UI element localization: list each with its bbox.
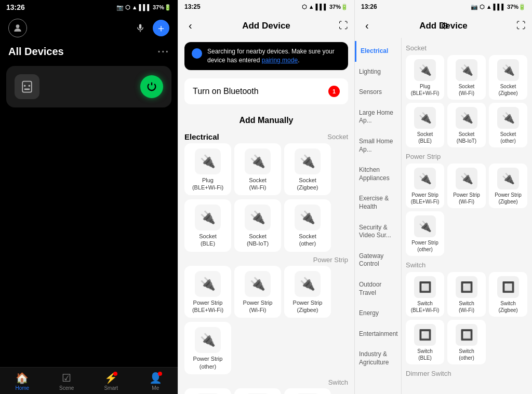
avatar[interactable]	[8, 19, 27, 37]
device-socket-ble[interactable]: 🔌 Socket(BLE)	[184, 199, 231, 252]
pairing-mode-link[interactable]: pairing mode	[262, 57, 298, 64]
mc-socket-wifi[interactable]: 🔌 Socket(Wi-Fi)	[447, 55, 486, 100]
scene-icon: ☑	[62, 372, 71, 384]
sidebar-item-large-home[interactable]: Large Home Ap...	[355, 103, 401, 131]
mc-socket-nbiot[interactable]: 🔌 Socket(NB-IoT)	[447, 103, 486, 147]
page-title-3: Add Device	[419, 21, 468, 31]
mc-socket-other-icon: 🔌	[497, 107, 519, 129]
mc-sw-other-icon: 🔲	[456, 324, 477, 346]
mc-sw-zigbee[interactable]: 🔲 Switch(Zigbee)	[489, 272, 527, 317]
mc-sw-ble-icon: 🔲	[414, 324, 436, 346]
nav-home[interactable]: 🏠 Home	[0, 368, 45, 394]
wifi-icon-3: ▲	[486, 4, 492, 10]
expand-button-3[interactable]: ⛶	[516, 20, 526, 31]
device-socket-wifi[interactable]: 🔌 Socket(Wi-Fi)	[234, 143, 281, 196]
bluetooth-icon: ⬡	[125, 4, 130, 11]
signal-icon-3: ▌▌▌	[494, 4, 506, 10]
sidebar-item-gateway[interactable]: Gateway Control	[355, 246, 401, 275]
header-actions: ＋	[132, 20, 169, 36]
device-switch-1[interactable]: 🔲 Switch	[184, 388, 231, 394]
device-plug-ble-wifi[interactable]: 🔌 Plug(BLE+Wi-Fi)	[184, 143, 231, 196]
mc-sw-wifi[interactable]: 🔲 Switch(Wi-Fi)	[447, 272, 486, 317]
mc-socket-other[interactable]: 🔌 Socket(other)	[489, 103, 527, 147]
back-button-2[interactable]: ‹	[184, 18, 196, 34]
back-button-3[interactable]: ‹	[361, 18, 373, 34]
more-icon[interactable]: ···	[157, 46, 169, 58]
sidebar-item-industry[interactable]: Industry & Agriculture	[355, 344, 401, 373]
device-socket-zigbee[interactable]: 🔌 Socket(Zigbee)	[284, 143, 331, 196]
device-card[interactable]	[6, 66, 171, 107]
mc-ps-other-label: Power Strip(other)	[411, 239, 438, 253]
socket-wifi-label: Socket(Wi-Fi)	[249, 176, 267, 192]
time-1: 13:26	[6, 3, 25, 11]
mc-ps-other[interactable]: 🔌 Power Strip(other)	[406, 211, 444, 256]
device-switch-3[interactable]: 🔲 Switch	[284, 388, 331, 394]
sidebar-layout: Electrical Lighting Sensors Large Home A…	[355, 38, 532, 394]
mc-ps-ble-wifi-label: Power Strip(BLE+Wi-Fi)	[411, 192, 440, 205]
main-content[interactable]: Socket 🔌 Plug(BLE+Wi-Fi) 🔌 Socket(Wi-Fi)…	[402, 38, 532, 394]
mc-sw-ble-wifi[interactable]: 🔲 Switch(BLE+Wi-Fi)	[406, 272, 444, 317]
powerstrip-wifi-label: Power Strip(Wi-Fi)	[243, 299, 273, 314]
nav-me[interactable]: 👤 Me	[134, 368, 178, 394]
expand-button-2[interactable]: ⛶	[339, 20, 348, 31]
nav-scene[interactable]: ☑ Scene	[45, 368, 89, 394]
search-banner: Searching for nearby devices. Make sure …	[184, 42, 348, 70]
socket-nbiot-icon: 🔌	[245, 205, 271, 230]
mc-sw-wifi-label: Switch(Wi-Fi)	[459, 300, 474, 314]
bottom-nav-1: 🏠 Home ☑ Scene ⚡ Smart 👤 Me	[0, 367, 178, 394]
mc-grid-switch: 🔲 Switch(BLE+Wi-Fi) 🔲 Switch(Wi-Fi) 🔲 Sw…	[406, 272, 528, 364]
nav-smart[interactable]: ⚡ Smart	[89, 368, 134, 394]
mc-socket-zigbee-icon: 🔌	[497, 59, 519, 81]
mic-button[interactable]	[132, 20, 149, 36]
device-socket-nbiot[interactable]: 🔌 Socket(NB-IoT)	[234, 199, 281, 252]
mc-grid-socket: 🔌 Plug(BLE+Wi-Fi) 🔌 Socket(Wi-Fi) 🔌 Sock…	[406, 55, 528, 147]
sidebar-item-small-home[interactable]: Small Home Ap...	[355, 131, 401, 160]
power-button[interactable]	[140, 75, 163, 98]
device-powerstrip-zigbee[interactable]: 🔌 Power Strip(Zigbee)	[284, 266, 331, 318]
mc-ps-zigbee[interactable]: 🔌 Power Strip(Zigbee)	[489, 164, 527, 208]
mc-sw-ble-wifi-icon: 🔲	[414, 276, 436, 298]
mc-plug-icon: 🔌	[414, 59, 436, 81]
wifi-icon-2: ▲	[309, 4, 314, 10]
sidebar-item-lighting[interactable]: Lighting	[355, 62, 401, 83]
mc-plug-ble-wifi[interactable]: 🔌 Plug(BLE+Wi-Fi)	[406, 55, 444, 100]
panel-add-device-mid: 13:25 ⬡ ▲ ▌▌▌ 37%🔋 ‹ Add Device ⛶ Search…	[178, 0, 354, 394]
mc-ps-wifi[interactable]: 🔌 Power Strip(Wi-Fi)	[447, 164, 486, 208]
mc-sw-other[interactable]: 🔲 Switch(other)	[447, 320, 486, 364]
device-switch-2[interactable]: 🔲 Switch	[234, 388, 281, 394]
mc-sw-ble[interactable]: 🔲 Switch(BLE)	[406, 320, 444, 364]
smart-icon: ⚡	[104, 372, 117, 384]
socket-other-icon: 🔌	[295, 205, 321, 230]
socket-other-label: Socket(other)	[299, 233, 316, 248]
sidebar-item-energy[interactable]: Energy	[355, 303, 401, 324]
device-socket-other[interactable]: 🔌 Socket(other)	[284, 199, 331, 252]
sidebar-item-kitchen[interactable]: Kitchen Appliances	[355, 160, 401, 188]
sidebar-item-entertainment[interactable]: Entertainment	[355, 324, 401, 345]
device-powerstrip-ble-wifi[interactable]: 🔌 Power Strip(BLE+Wi-Fi)	[184, 266, 231, 318]
category-header-powerstrip: Power Strip	[184, 256, 348, 264]
device-powerstrip-other[interactable]: 🔌 Power Strip(other)	[184, 322, 231, 374]
mc-ps-ble-wifi[interactable]: 🔌 Power Strip(BLE+Wi-Fi)	[406, 164, 444, 208]
sidebar-item-sensors[interactable]: Sensors	[355, 82, 401, 103]
sidebar-item-security[interactable]: Security & Video Sur...	[355, 218, 401, 246]
sidebar-item-electrical[interactable]: Electrical	[355, 41, 401, 62]
nav-me-label: Me	[152, 385, 159, 391]
mc-section-dimmer: Dimmer Switch	[406, 370, 528, 377]
mc-plug-label: Plug(BLE+Wi-Fi)	[411, 83, 440, 97]
category-header-switch: Switch	[184, 378, 348, 386]
subcategory-socket: Socket	[327, 133, 348, 141]
mc-section-switch: Switch	[406, 261, 528, 269]
sidebar-item-exercise[interactable]: Exercise & Health	[355, 188, 401, 217]
device-powerstrip-wifi[interactable]: 🔌 Power Strip(Wi-Fi)	[234, 266, 281, 318]
mc-socket-wifi-label: Socket(Wi-Fi)	[459, 83, 475, 97]
sidebar-item-outdoor[interactable]: Outdoor Travel	[355, 275, 401, 303]
add-device-button[interactable]: ＋	[153, 20, 169, 36]
mc-socket-ble[interactable]: 🔌 Socket(BLE)	[406, 103, 444, 147]
scroll-content-2[interactable]: Add Manually Electrical Socket 🔌 Plug(BL…	[178, 108, 354, 394]
socket-zigbee-label: Socket(Zigbee)	[297, 176, 318, 192]
camera-icon: 📷	[116, 4, 124, 11]
bluetooth-bar[interactable]: Turn on Bluetooth 1	[184, 78, 348, 104]
mc-socket-zigbee[interactable]: 🔌 Socket(Zigbee)	[489, 55, 527, 100]
socket-zigbee-icon: 🔌	[295, 148, 321, 174]
socket-ble-label: Socket(BLE)	[199, 233, 217, 248]
